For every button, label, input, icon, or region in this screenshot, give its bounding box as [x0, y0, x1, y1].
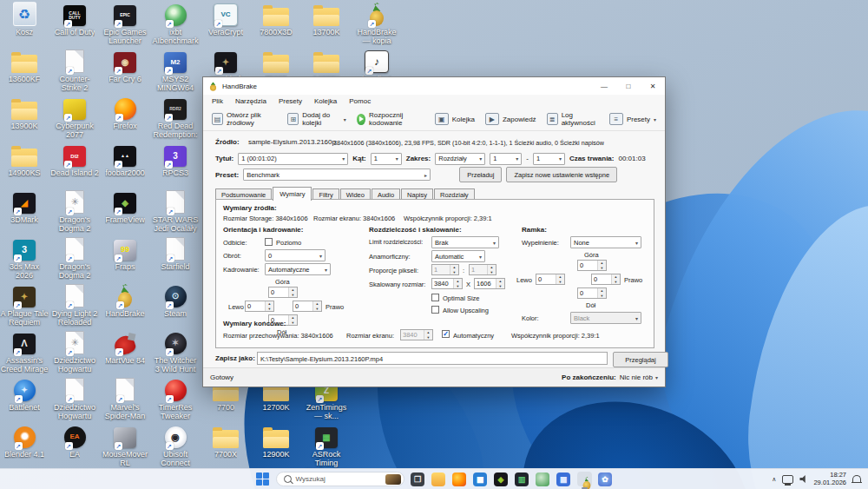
border-color-select[interactable]: Black▾: [570, 312, 641, 324]
desktop-icon-timerres-tweaker[interactable]: ↗TimerRes Tweaker: [151, 377, 200, 420]
desktop-icon-3dmark[interactable]: ◢↗3DMark: [0, 189, 49, 224]
desktop-icon-folder-13600kf[interactable]: 13600KF: [0, 49, 49, 83]
menu-item-kolejka[interactable]: Kolejka: [308, 97, 343, 105]
taskbar-store-icon[interactable]: ▦: [473, 472, 488, 486]
toolbar-preview-button[interactable]: ▶Zapowiedź: [481, 110, 541, 128]
desktop-icon-folder-12900k[interactable]: 12900K: [252, 424, 300, 459]
range-from-select[interactable]: 1▾: [490, 153, 522, 165]
taskbar-dark-app-icon[interactable]: ❒: [411, 472, 425, 486]
pad-top-input[interactable]: 0▴▾: [577, 260, 607, 271]
save-new-preset-button[interactable]: Zapisz nowe ustawienie wstępne: [506, 167, 617, 182]
desktop-icon-epic-games-launcher[interactable]: EPIC↗Epic Games Launcher: [101, 2, 149, 45]
toolbar-start-encode-button[interactable]: Rozpocznij kodowanie: [352, 109, 429, 129]
preset-select[interactable]: Benchmark▸: [243, 169, 431, 181]
desktop-icon-foobar2000[interactable]: ▲▲↗foobar2000: [101, 142, 149, 177]
menu-item-narzędzia[interactable]: Narzędzia: [229, 97, 273, 105]
flip-horizontal-checkbox[interactable]: [265, 238, 273, 246]
menu-item-pomoc[interactable]: Pomoc: [343, 97, 377, 105]
browse-button[interactable]: Przeglądaj: [613, 352, 668, 367]
desktop-icon-assassins-creed-mirage[interactable]: Λ↗Assassin's Creed Mirage: [0, 330, 49, 373]
volume-icon[interactable]: [799, 475, 807, 483]
taskbar-frameview-icon[interactable]: ◈: [494, 472, 509, 486]
desktop-icon-fraps[interactable]: 99↗Fraps: [101, 236, 149, 271]
reload-preset-button[interactable]: Przeładuj: [459, 167, 502, 182]
rotate-select[interactable]: 0▾: [265, 249, 326, 261]
desktop-icon-ubisoft-connect[interactable]: ◉↗Ubisoft Connect: [151, 424, 200, 467]
desktop-icon-the-witcher-3[interactable]: ✶↗The Witcher 3 Wild Hunt: [151, 330, 200, 373]
desktop-icon-cyberpunk-2077[interactable]: ↗Cyberpunk 2077: [50, 96, 99, 139]
taskbar-firefox-icon[interactable]: [452, 472, 467, 486]
toolbar-open-source-button[interactable]: ▤Otwórz plik źródłowy: [207, 109, 281, 129]
taskbar-photos-icon[interactable]: ✿: [598, 472, 613, 486]
crop-right-input[interactable]: 0▴▾: [293, 301, 322, 312]
title-select[interactable]: 1 (00:01:02)▾: [238, 153, 348, 165]
crop-top-input[interactable]: 0▴▾: [268, 287, 298, 298]
desktop-icon-firefox[interactable]: ↗Firefox: [101, 96, 149, 130]
save-path-input[interactable]: K:\Testy\Sample-Elysium.2013.2160P.mp4: [257, 352, 608, 365]
desktop-icon-folder-7800x3d[interactable]: 7800X3D: [252, 2, 300, 36]
menu-item-presety[interactable]: Presety: [273, 97, 308, 105]
fill-select[interactable]: None▾: [570, 236, 641, 248]
desktop-icon-dragons-dogma-2-b[interactable]: ↗Dragon's Dogma 2: [50, 236, 99, 280]
tab-wymiary[interactable]: Wymiary: [273, 187, 312, 201]
maximize-button[interactable]: □: [616, 77, 641, 95]
range-to-select[interactable]: 1▾: [533, 153, 565, 165]
desktop-icon-folder-13900k[interactable]: 13900K: [0, 96, 49, 130]
scale-height-input[interactable]: 1606▴▾: [474, 278, 505, 289]
desktop-icon-folder-7700x[interactable]: 7700X: [201, 424, 250, 459]
taskbar-benchmark-app-icon[interactable]: [536, 472, 550, 486]
par-x-input[interactable]: 1▴▾: [431, 264, 459, 275]
final-display-input[interactable]: 3840▴▾: [400, 329, 433, 340]
minimize-button[interactable]: —: [592, 77, 616, 95]
toolbar-presets-button[interactable]: ≡Presety▾: [605, 110, 661, 128]
start-button[interactable]: [256, 472, 270, 486]
pad-bottom-input[interactable]: 0▴▾: [577, 287, 607, 299]
when-done-select[interactable]: Nic nie rób: [620, 373, 653, 381]
clock[interactable]: 18:27 29.01.2026: [813, 472, 846, 486]
desktop-icon-star-wars-jedi-ocalaly[interactable]: ↗STAR WARS Jedi Ocalały: [151, 189, 200, 233]
desktop-icon-recycle-bin[interactable]: ♻Kosz: [0, 2, 49, 36]
desktop-icon-counter-strike-2[interactable]: ↗Counter-Strike 2: [50, 49, 99, 92]
par-y-input[interactable]: 1▴▾: [469, 264, 496, 275]
desktop-icon-ixbt-aibenchmark[interactable]: ↗ixbt AIbenchmark: [151, 2, 200, 45]
desktop-icon-steam[interactable]: ⊙↗Steam: [151, 283, 200, 318]
taskbar-calculator-icon[interactable]: ▦: [556, 472, 571, 486]
optimal-size-checkbox[interactable]: [431, 294, 439, 301]
angle-select[interactable]: 1▾: [371, 153, 402, 165]
desktop-icon-dead-island-2[interactable]: DI2↗Dead Island 2: [50, 142, 99, 177]
desktop-icon-martvue-84[interactable]: ↗MartVue 84: [101, 330, 149, 365]
pad-right-input[interactable]: 0▴▾: [591, 274, 621, 285]
toolbar-add-to-queue-button[interactable]: ⊞Dodaj do kolejki▾: [283, 109, 350, 129]
desktop-icon-ea[interactable]: EA↗EA: [50, 424, 99, 459]
tray-chevron-icon[interactable]: ∧: [772, 476, 776, 483]
allow-upscaling-checkbox[interactable]: [431, 306, 439, 314]
desktop-icon-3ds-max-2026[interactable]: 3↗3ds Max 2026: [0, 236, 49, 280]
taskbar-handbrake-icon[interactable]: [577, 472, 592, 486]
anamorphic-select[interactable]: Automatic▾: [431, 250, 485, 262]
toolbar-queue-button[interactable]: ▣Kolejka: [431, 110, 479, 128]
desktop-icon-call-of-duty[interactable]: CALL DUTY↗Call of Duty: [50, 2, 99, 36]
desktop-icon-asrock-timing-configurator[interactable]: ▦↗ASRock Timing Configurator: [302, 424, 351, 468]
toolbar-activity-log-button[interactable]: ≣Log aktywności: [542, 109, 603, 129]
desktop-icon-msys2-mingw64[interactable]: M2↗MSYS2 MINGW64: [151, 49, 200, 92]
scale-width-input[interactable]: 3840▴▾: [431, 278, 463, 289]
desktop-icon-starfield[interactable]: ↗Starfield: [151, 236, 200, 271]
auto-checkbox[interactable]: ✓: [442, 330, 450, 338]
desktop-icon-a-plague-tale-requiem[interactable]: ✦↗A Plague Tale Requiem: [0, 283, 49, 327]
desktop-icon-folder-13700k[interactable]: 13700K: [302, 2, 351, 36]
desktop-icon-mousemover-rl[interactable]: ↗MouseMoverRL: [101, 424, 149, 467]
desktop-icon-dziedzictwo-hogwartu-a[interactable]: ✳↗Dziedzictwo Hogwartu: [50, 330, 99, 373]
notifications-bell-icon[interactable]: [852, 475, 861, 483]
menu-item-plik[interactable]: Plik: [206, 97, 229, 105]
desktop-icon-handbrake-kopia[interactable]: ↗HandBrake — kopia: [352, 2, 401, 45]
desktop-icon-frameview[interactable]: ◈↗FrameView: [101, 189, 149, 224]
desktop-icon-blender-41[interactable]: ↗Blender 4.1: [0, 424, 49, 459]
desktop-icon-folder-14900ks[interactable]: 14900KS: [0, 142, 49, 177]
desktop-icon-red-dead-redemption[interactable]: RDR2↗Red Dead Redemption: G...: [151, 96, 200, 140]
desktop-icon-rpcs3[interactable]: 3↗RPCS3: [151, 142, 200, 177]
desktop-icon-far-cry-6[interactable]: ◉↗Far Cry 6: [101, 49, 149, 83]
crop-mode-select[interactable]: Automatyczne▾: [265, 263, 331, 275]
desktop-icon-dying-light-2[interactable]: ↗Dying Light 2 Reloaded Edition: [50, 283, 99, 327]
taskbar-hardware-monitor-icon[interactable]: ▥: [515, 472, 529, 486]
close-button[interactable]: ✕: [641, 77, 665, 95]
